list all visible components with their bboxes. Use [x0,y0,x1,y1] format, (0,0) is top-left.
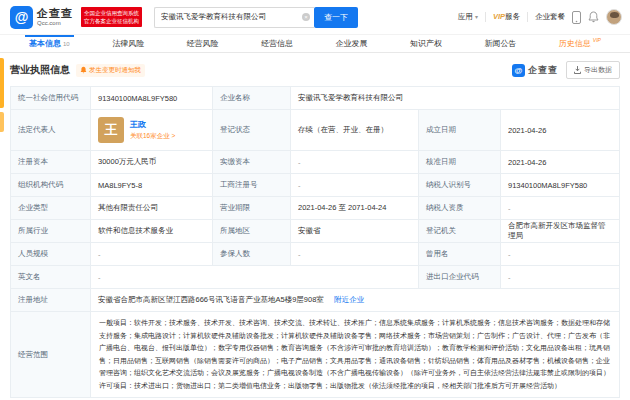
search-input[interactable] [154,7,314,28]
table-row: 统一社会信用代码 91340100MA8L9FY580 企业名称 安徽讯飞爱学教… [11,87,619,110]
table-row: 注册地址 安徽省合肥市高新区望江西路666号讯飞语音产业基地A5楼9层908室 … [11,289,619,312]
taxpayer-id-value: 91340100MA8L9FY580 [501,174,619,197]
insured-count-value: - [291,243,419,266]
org-code-value: MA8L9FY5-8 [91,174,213,197]
registration-authority-value: 合肥市高新开发区市场监督管理局 [501,220,619,243]
section-header: 营业执照信息 发生变更时通知我 @ 企查查 导出数据 [10,61,620,79]
tab-news[interactable]: 新闻公告 [480,35,520,52]
import-export-code-label: 进出口企业代码 [419,266,501,289]
address-value: 安徽省合肥市高新区望江西路666号讯飞语音产业基地A5楼9层908室 附近企业 [91,289,619,312]
legal-rep-label: 法定代表人 [11,110,91,151]
license-table: 统一社会信用代码 91340100MA8L9FY580 企业名称 安徽讯飞爱学教… [10,86,620,398]
reg-status-label: 登记状态 [213,110,291,151]
related-companies-link[interactable]: 关联16家企业 > [130,132,175,141]
taxpayer-id-label: 纳税人识别号 [419,174,501,197]
table-row: 组织机构代码 MA8L9FY5-8 工商注册号 - 纳税人识别号 9134010… [11,174,619,197]
english-name-value: - [91,266,419,289]
business-scope-value: 一般项目：软件开发；技术服务、技术开发、技术咨询、技术交流、技术转让、技术推广；… [91,312,619,398]
qcc-logo-icon: @ [10,6,33,29]
side-toolbar-stripe[interactable] [0,58,4,108]
tab-operation-risk[interactable]: 经营风险 [183,35,223,52]
vip-service-link[interactable]: VIP服务 [493,12,520,22]
staff-size-value: - [91,243,213,266]
mobile-app-icon[interactable] [572,11,581,24]
address-label: 注册地址 [11,289,91,312]
export-data-button[interactable]: 导出数据 [566,61,620,79]
bell-icon [80,66,87,74]
staff-size-label: 人员规模 [11,243,91,266]
enterprise-package-link[interactable]: 企业套餐 [535,12,565,22]
clear-search-icon[interactable]: × [302,13,310,21]
establish-date-label: 成立日期 [419,110,501,151]
tab-legal-risk[interactable]: 法律风险 [108,35,148,52]
company-type-value: 其他有限责任公司 [91,197,213,220]
english-name-label: 英文名 [11,266,91,289]
tab-operation-info[interactable]: 经营信息 [257,35,297,52]
establish-date-value: 2021-04-26 [501,110,619,151]
tab-bar: 基本信息10 法律风险 经营风险 经营信息 企业发展 知识产权 新闻公告 历史信… [0,34,630,53]
reg-capital-label: 注册资本 [11,151,91,174]
section-title: 营业执照信息 [10,63,70,77]
region-value: 安徽省 [291,220,419,243]
industry-label: 所属行业 [11,220,91,243]
approval-date-value: 2021-04-26 [501,151,619,174]
user-avatar[interactable] [606,9,622,25]
former-name-label: 曾用名 [419,243,501,266]
qcc-watermark: @ 企查查 [512,64,558,77]
tab-development[interactable]: 企业发展 [332,35,372,52]
import-export-code-value: - [501,266,619,289]
tab-history[interactable]: 历史信息VIP [555,35,605,52]
table-row: 经营范围 一般项目：软件开发；技术服务、技术开发、技术咨询、技术交流、技术转让、… [11,312,619,398]
side-toolbar-stripe[interactable] [0,112,4,132]
table-row: 企业类型 其他有限责任公司 营业期限 2021-04-26 至 2071-04-… [11,197,619,220]
paid-capital-label: 实缴资本 [213,151,291,174]
divider [527,12,528,22]
insured-count-label: 参保人数 [213,243,291,266]
legal-rep-avatar[interactable]: 王 [98,117,124,143]
business-term-value: 2021-04-26 至 2071-04-24 [291,197,419,220]
company-name-label: 企业名称 [213,87,291,110]
tab-basic-info[interactable]: 基本信息10 [25,35,74,52]
notify-on-change-button[interactable]: 发生变更时通知我 [76,64,145,77]
approval-date-label: 核准日期 [419,151,501,174]
business-reg-no-value: - [291,174,419,197]
credit-code-value: 91340100MA8L9FY580 [91,87,213,110]
org-code-label: 组织机构代码 [11,174,91,197]
header-nav: 应用 ▾ VIP服务 企业套餐 [458,9,622,25]
apps-menu[interactable]: 应用 ▾ [458,12,478,22]
table-row: 法定代表人 王 王政 关联16家企业 > 登记状态 存续（在营、开业、在册） 成… [11,110,619,151]
site-header: @ 企查查 Qcc.com 全国企业信用查询系统 官方备案企业征信机构 × 查一… [0,0,630,34]
business-license-card: 营业执照信息 发生变更时通知我 @ 企查查 导出数据 统一社会信用代码 9134… [10,61,620,398]
reg-capital-value: 30000万元人民币 [91,151,213,174]
credit-code-label: 统一社会信用代码 [11,87,91,110]
former-name-value: - [501,243,619,266]
table-row: 所属行业 软件和信息技术服务业 所属地区 安徽省 登记机关 合肥市高新开发区市场… [11,220,619,243]
qcc-logo[interactable]: @ 企查查 Qcc.com 全国企业信用查询系统 官方备案企业征信机构 [10,6,142,29]
qcc-watermark-icon: @ [512,64,525,77]
business-term-label: 营业期限 [213,197,291,220]
table-row: 注册资本 30000万元人民币 实缴资本 - 核准日期 2021-04-26 [11,151,619,174]
industry-value: 软件和信息技术服务业 [91,220,213,243]
business-reg-no-label: 工商注册号 [213,174,291,197]
business-scope-label: 经营范围 [11,312,91,398]
search-button[interactable]: 查一下 [314,7,358,28]
notification-bell-icon[interactable] [588,11,599,23]
qcc-logo-text: 企查查 Qcc.com [37,8,73,26]
paid-capital-value: - [291,151,419,174]
registration-authority-label: 登记机关 [419,220,501,243]
chevron-down-icon: ▾ [475,14,478,20]
tab-intellectual-property[interactable]: 知识产权 [406,35,446,52]
company-name-value: 安徽讯飞爱学教育科技有限公司 [291,87,619,110]
divider [485,12,486,22]
taxpayer-qualification-label: 纳税人资质 [419,197,501,220]
nearby-companies-link[interactable]: 附近企业 [334,295,364,305]
legal-rep-value: 王 王政 关联16家企业 > [91,110,213,151]
company-type-label: 企业类型 [11,197,91,220]
legal-rep-name-link[interactable]: 王政 [130,119,175,130]
certification-badge: 全国企业信用查询系统 官方备案企业征信机构 [81,7,142,28]
search-area: × 查一下 [154,7,358,28]
table-row: 人员规模 - 参保人数 - 曾用名 - [11,243,619,266]
table-row: 英文名 - 进出口企业代码 - [11,266,619,289]
download-icon [574,66,581,74]
reg-status-value: 存续（在营、开业、在册） [291,110,419,151]
